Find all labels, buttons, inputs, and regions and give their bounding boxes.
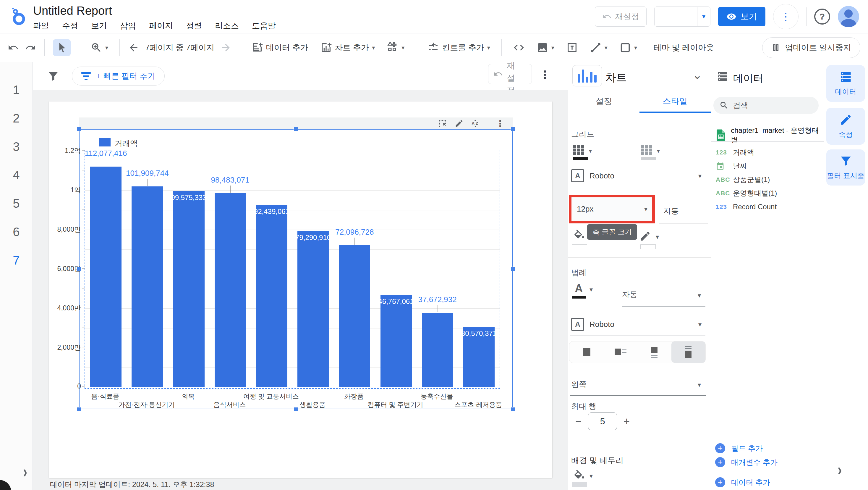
- minus-icon[interactable]: −: [575, 415, 582, 428]
- bar-컴퓨터 및 주변기기[interactable]: [380, 295, 412, 387]
- selection-handle[interactable]: [76, 127, 81, 132]
- help-icon[interactable]: ?: [814, 8, 830, 25]
- select-tool-button[interactable]: [53, 39, 71, 56]
- dropdown-arrow-icon[interactable]: ▾: [698, 172, 702, 180]
- menu-item-정렬[interactable]: 정렬: [186, 21, 202, 31]
- page-thumb-3[interactable]: 3: [0, 140, 33, 154]
- axis-font-size-auto-select[interactable]: 자동: [663, 206, 679, 216]
- add-field-button[interactable]: +필드 추가: [715, 443, 763, 453]
- tab-style[interactable]: 스타일: [640, 89, 711, 113]
- page-thumb-2[interactable]: 2: [0, 111, 33, 125]
- canvas-reset-button[interactable]: 재설정: [488, 64, 532, 84]
- menu-item-보기[interactable]: 보기: [91, 21, 107, 31]
- axis-font-size-select-highlighted[interactable]: 12px ▾: [569, 195, 655, 223]
- avatar[interactable]: [838, 6, 859, 27]
- tab-setup[interactable]: 설정: [568, 89, 640, 113]
- add-data-button[interactable]: +데이터 추가: [715, 477, 770, 487]
- quick-filter-button[interactable]: + 빠른 필터 추가: [72, 66, 165, 86]
- pencil-icon[interactable]: [639, 230, 651, 242]
- selection-handle[interactable]: [510, 407, 515, 411]
- sort-az-icon[interactable]: AZ: [471, 119, 480, 128]
- chevron-down-icon[interactable]: ⌄: [692, 68, 703, 82]
- axis-color-picker[interactable]: [573, 145, 588, 160]
- report-page[interactable]: AZ ⋮ 거래액 112,077,416101,909,74499,575,33…: [49, 102, 552, 478]
- legend-font-color-icon[interactable]: A: [575, 282, 583, 295]
- bar-음식서비스[interactable]: [215, 193, 246, 387]
- dropdown-arrow-icon[interactable]: ▾: [698, 381, 701, 389]
- previous-page-arrow-icon[interactable]: [128, 42, 139, 53]
- menu-item-파일[interactable]: 파일: [33, 21, 49, 31]
- reset-button[interactable]: 재설정: [595, 6, 647, 27]
- community-visualizations-button[interactable]: ▾: [384, 39, 407, 56]
- selection-handle[interactable]: [293, 407, 298, 411]
- selection-handle[interactable]: [76, 407, 81, 411]
- page-indicator[interactable]: 7페이지 중 7페이지: [145, 42, 214, 53]
- zoom-tool-button[interactable]: ▾: [88, 39, 111, 56]
- dropdown-arrow-icon[interactable]: ▾: [698, 292, 701, 299]
- collapse-panel-chevron-icon[interactable]: ›: [838, 460, 842, 479]
- legend-alignment-select[interactable]: 왼쪽: [571, 379, 587, 390]
- paint-bucket-icon[interactable]: [573, 469, 585, 481]
- add-text-button[interactable]: [563, 39, 581, 56]
- chart-type-icon[interactable]: [572, 65, 602, 86]
- bar-여행 및 교통서비스[interactable]: [256, 205, 287, 387]
- undo-icon[interactable]: [8, 42, 19, 53]
- bar-음·식료품[interactable]: [90, 167, 122, 387]
- rail-필터 표시줄-button[interactable]: 필터 표시줄: [826, 149, 865, 185]
- report-title[interactable]: Untitled Report: [33, 4, 276, 18]
- legend-pos-right-button[interactable]: [603, 342, 638, 363]
- add-parameter-button[interactable]: +매개변수 추가: [715, 457, 778, 467]
- report-canvas[interactable]: AZ ⋮ 거래액 112,077,416101,909,74499,575,33…: [33, 90, 568, 490]
- legend-color-auto-select[interactable]: 자동: [622, 289, 638, 300]
- field-row-거래액[interactable]: 123거래액: [711, 146, 824, 159]
- bar-화장품[interactable]: [339, 245, 370, 387]
- dropdown-arrow-icon[interactable]: ▾: [657, 147, 660, 154]
- share-dropdown-arrow-icon[interactable]: ▾: [697, 7, 710, 26]
- bar-의복[interactable]: [173, 191, 205, 387]
- field-row-Record Count[interactable]: 123Record Count: [711, 200, 824, 213]
- paint-bucket-icon[interactable]: [573, 228, 585, 241]
- dropdown-arrow-icon[interactable]: ▾: [590, 286, 593, 293]
- field-row-상품군별(1)[interactable]: ABC상품군별(1): [711, 173, 824, 186]
- chart-menu-dots-icon[interactable]: ⋮: [496, 118, 505, 129]
- field-search-input[interactable]: 검색: [713, 97, 818, 114]
- bar-생활용품[interactable]: [298, 231, 329, 387]
- select-region-icon[interactable]: [438, 119, 447, 128]
- field-row-운영형태별(1)[interactable]: ABC운영형태별(1): [711, 186, 824, 200]
- dropdown-arrow-icon[interactable]: ▾: [590, 472, 593, 480]
- selection-handle[interactable]: [76, 267, 81, 271]
- redo-icon[interactable]: [25, 42, 36, 53]
- selection-handle[interactable]: [510, 127, 515, 132]
- menu-item-페이지[interactable]: 페이지: [149, 21, 173, 31]
- menu-item-리소스[interactable]: 리소스: [215, 21, 239, 31]
- pause-updates-button[interactable]: 업데이트 일시중지: [762, 37, 860, 58]
- legend-pos-none-button[interactable]: [569, 342, 603, 363]
- bar-chart-plot-area[interactable]: 112,077,416101,909,74499,575,33398,483,0…: [85, 150, 500, 389]
- embed-url-button[interactable]: [510, 39, 528, 56]
- menu-item-삽입[interactable]: 삽입: [120, 21, 136, 31]
- legend-pos-bottom-button[interactable]: [638, 342, 672, 363]
- expand-pages-chevron-icon[interactable]: ›: [23, 462, 27, 482]
- max-rows-value[interactable]: 5: [588, 412, 617, 430]
- next-page-arrow-icon[interactable]: [220, 42, 231, 53]
- page-thumb-6[interactable]: 6: [0, 225, 33, 239]
- add-line-button[interactable]: ▾: [587, 39, 611, 56]
- canvas-more-options-icon[interactable]: ⋮: [539, 69, 550, 81]
- pencil-icon[interactable]: [455, 119, 464, 128]
- menu-item-도움말[interactable]: 도움말: [252, 21, 276, 31]
- data-source-row[interactable]: chapter1_market - 운영형태별: [716, 126, 824, 145]
- add-shape-button[interactable]: ▾: [616, 39, 640, 56]
- add-image-button[interactable]: ▾: [534, 39, 557, 56]
- share-button[interactable]: 공유 ▾: [654, 6, 710, 27]
- add-data-button[interactable]: 데이터 추가: [248, 39, 311, 56]
- dropdown-arrow-icon[interactable]: ▾: [698, 321, 702, 328]
- menu-item-수정[interactable]: 수정: [62, 21, 78, 31]
- plus-icon[interactable]: +: [623, 415, 630, 428]
- selection-handle[interactable]: [293, 127, 298, 132]
- axis-font-select[interactable]: A Roboto: [571, 169, 614, 182]
- view-button[interactable]: 보기: [718, 7, 766, 26]
- page-thumb-5[interactable]: 5: [0, 197, 33, 211]
- dropdown-arrow-icon[interactable]: ▾: [589, 147, 592, 154]
- add-chart-button[interactable]: 차트 추가 ▾: [317, 39, 378, 56]
- add-control-button[interactable]: 컨트롤 추가 ▾: [424, 39, 493, 56]
